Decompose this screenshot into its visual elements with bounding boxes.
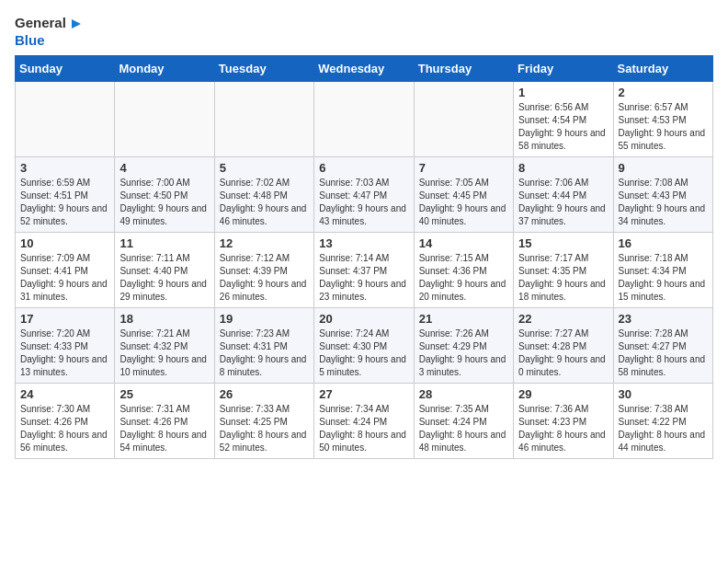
calendar-cell: 14Sunrise: 7:15 AM Sunset: 4:36 PM Dayli… xyxy=(414,233,513,308)
calendar-cell: 18Sunrise: 7:21 AM Sunset: 4:32 PM Dayli… xyxy=(115,308,214,384)
day-number: 27 xyxy=(319,387,408,401)
day-info: Sunrise: 7:20 AM Sunset: 4:33 PM Dayligh… xyxy=(20,327,109,379)
calendar-row: 17Sunrise: 7:20 AM Sunset: 4:33 PM Dayli… xyxy=(16,308,713,384)
calendar-cell: 3Sunrise: 6:59 AM Sunset: 4:51 PM Daylig… xyxy=(16,157,115,233)
calendar-cell: 5Sunrise: 7:02 AM Sunset: 4:48 PM Daylig… xyxy=(214,157,313,233)
calendar-cell: 16Sunrise: 7:18 AM Sunset: 4:34 PM Dayli… xyxy=(613,233,712,308)
day-number: 15 xyxy=(518,236,608,250)
day-info: Sunrise: 7:35 AM Sunset: 4:24 PM Dayligh… xyxy=(419,403,508,454)
weekday-header-cell: Friday xyxy=(514,56,613,82)
calendar-cell: 28Sunrise: 7:35 AM Sunset: 4:24 PM Dayli… xyxy=(414,384,513,459)
weekday-header-cell: Sunday xyxy=(16,56,115,82)
day-info: Sunrise: 7:36 AM Sunset: 4:23 PM Dayligh… xyxy=(518,403,608,454)
day-info: Sunrise: 7:14 AM Sunset: 4:37 PM Dayligh… xyxy=(319,252,408,304)
day-number: 22 xyxy=(518,312,608,326)
day-number: 28 xyxy=(419,387,508,401)
day-info: Sunrise: 7:23 AM Sunset: 4:31 PM Dayligh… xyxy=(220,327,309,379)
calendar-cell: 20Sunrise: 7:24 AM Sunset: 4:30 PM Dayli… xyxy=(314,308,414,384)
day-info: Sunrise: 7:24 AM Sunset: 4:30 PM Dayligh… xyxy=(319,327,408,379)
calendar-cell: 1Sunrise: 6:56 AM Sunset: 4:54 PM Daylig… xyxy=(514,82,613,157)
calendar-cell xyxy=(214,82,313,157)
weekday-header-cell: Wednesday xyxy=(314,56,414,82)
day-number: 18 xyxy=(119,312,209,326)
day-number: 12 xyxy=(220,236,309,250)
calendar-cell: 10Sunrise: 7:09 AM Sunset: 4:41 PM Dayli… xyxy=(16,233,115,308)
day-number: 2 xyxy=(619,86,708,99)
day-number: 1 xyxy=(518,86,608,99)
day-number: 21 xyxy=(419,312,508,326)
day-info: Sunrise: 7:30 AM Sunset: 4:26 PM Dayligh… xyxy=(20,403,109,454)
day-info: Sunrise: 6:57 AM Sunset: 4:53 PM Dayligh… xyxy=(619,101,708,153)
day-info: Sunrise: 6:56 AM Sunset: 4:54 PM Dayligh… xyxy=(518,101,608,153)
weekday-header-cell: Thursday xyxy=(414,56,513,82)
day-number: 30 xyxy=(619,387,708,401)
weekday-header-cell: Tuesday xyxy=(214,56,313,82)
calendar-cell: 12Sunrise: 7:12 AM Sunset: 4:39 PM Dayli… xyxy=(214,233,313,308)
day-number: 4 xyxy=(119,161,209,175)
day-info: Sunrise: 7:09 AM Sunset: 4:41 PM Dayligh… xyxy=(20,252,109,304)
calendar-row: 3Sunrise: 6:59 AM Sunset: 4:51 PM Daylig… xyxy=(16,157,713,233)
day-number: 26 xyxy=(220,387,309,401)
calendar-cell: 21Sunrise: 7:26 AM Sunset: 4:29 PM Dayli… xyxy=(414,308,513,384)
calendar-cell: 7Sunrise: 7:05 AM Sunset: 4:45 PM Daylig… xyxy=(414,157,513,233)
calendar-cell: 2Sunrise: 6:57 AM Sunset: 4:53 PM Daylig… xyxy=(613,82,712,157)
calendar-cell: 6Sunrise: 7:03 AM Sunset: 4:47 PM Daylig… xyxy=(314,157,414,233)
day-info: Sunrise: 7:34 AM Sunset: 4:24 PM Dayligh… xyxy=(319,403,408,454)
day-info: Sunrise: 7:17 AM Sunset: 4:35 PM Dayligh… xyxy=(518,252,608,304)
day-info: Sunrise: 7:38 AM Sunset: 4:22 PM Dayligh… xyxy=(619,403,708,454)
day-info: Sunrise: 6:59 AM Sunset: 4:51 PM Dayligh… xyxy=(20,177,109,228)
calendar-cell: 25Sunrise: 7:31 AM Sunset: 4:26 PM Dayli… xyxy=(115,384,214,459)
calendar-cell xyxy=(16,82,115,157)
calendar-cell: 19Sunrise: 7:23 AM Sunset: 4:31 PM Dayli… xyxy=(214,308,313,384)
day-number: 16 xyxy=(619,236,708,250)
day-number: 13 xyxy=(319,236,408,250)
calendar-cell xyxy=(414,82,513,157)
weekday-header-cell: Saturday xyxy=(613,56,712,82)
calendar-cell xyxy=(314,82,414,157)
page-header: General Blue xyxy=(15,15,713,48)
day-number: 9 xyxy=(619,161,708,175)
day-number: 17 xyxy=(20,312,109,326)
logo: General Blue xyxy=(15,15,85,48)
weekday-header-cell: Monday xyxy=(115,56,214,82)
day-info: Sunrise: 7:08 AM Sunset: 4:43 PM Dayligh… xyxy=(619,177,708,228)
calendar-row: 10Sunrise: 7:09 AM Sunset: 4:41 PM Dayli… xyxy=(16,233,713,308)
calendar-cell: 24Sunrise: 7:30 AM Sunset: 4:26 PM Dayli… xyxy=(16,384,115,459)
day-info: Sunrise: 7:00 AM Sunset: 4:50 PM Dayligh… xyxy=(119,177,209,228)
calendar-cell: 17Sunrise: 7:20 AM Sunset: 4:33 PM Dayli… xyxy=(16,308,115,384)
day-number: 3 xyxy=(20,161,109,175)
weekday-header-row: SundayMondayTuesdayWednesdayThursdayFrid… xyxy=(16,56,713,82)
day-info: Sunrise: 7:26 AM Sunset: 4:29 PM Dayligh… xyxy=(419,327,508,379)
calendar-cell: 13Sunrise: 7:14 AM Sunset: 4:37 PM Dayli… xyxy=(314,233,414,308)
day-number: 20 xyxy=(319,312,408,326)
day-info: Sunrise: 7:06 AM Sunset: 4:44 PM Dayligh… xyxy=(518,177,608,228)
calendar-cell: 27Sunrise: 7:34 AM Sunset: 4:24 PM Dayli… xyxy=(314,384,414,459)
logo-general: General xyxy=(15,15,66,30)
day-number: 7 xyxy=(419,161,508,175)
calendar-table: SundayMondayTuesdayWednesdayThursdayFrid… xyxy=(15,55,713,459)
calendar-cell: 22Sunrise: 7:27 AM Sunset: 4:28 PM Dayli… xyxy=(514,308,613,384)
calendar-cell xyxy=(115,82,214,157)
day-info: Sunrise: 7:31 AM Sunset: 4:26 PM Dayligh… xyxy=(119,403,209,454)
calendar-cell: 11Sunrise: 7:11 AM Sunset: 4:40 PM Dayli… xyxy=(115,233,214,308)
day-info: Sunrise: 7:15 AM Sunset: 4:36 PM Dayligh… xyxy=(419,252,508,304)
day-number: 6 xyxy=(319,161,408,175)
day-info: Sunrise: 7:12 AM Sunset: 4:39 PM Dayligh… xyxy=(220,252,309,304)
day-info: Sunrise: 7:27 AM Sunset: 4:28 PM Dayligh… xyxy=(518,327,608,379)
calendar-cell: 4Sunrise: 7:00 AM Sunset: 4:50 PM Daylig… xyxy=(115,157,214,233)
calendar-cell: 15Sunrise: 7:17 AM Sunset: 4:35 PM Dayli… xyxy=(514,233,613,308)
calendar-cell: 26Sunrise: 7:33 AM Sunset: 4:25 PM Dayli… xyxy=(214,384,313,459)
day-number: 23 xyxy=(619,312,708,326)
calendar-cell: 23Sunrise: 7:28 AM Sunset: 4:27 PM Dayli… xyxy=(613,308,712,384)
day-info: Sunrise: 7:05 AM Sunset: 4:45 PM Dayligh… xyxy=(419,177,508,228)
day-info: Sunrise: 7:33 AM Sunset: 4:25 PM Dayligh… xyxy=(220,403,309,454)
day-info: Sunrise: 7:21 AM Sunset: 4:32 PM Dayligh… xyxy=(119,327,209,379)
day-info: Sunrise: 7:02 AM Sunset: 4:48 PM Dayligh… xyxy=(220,177,309,228)
logo-text-block: General Blue xyxy=(15,15,85,48)
day-number: 24 xyxy=(20,387,109,401)
day-info: Sunrise: 7:28 AM Sunset: 4:27 PM Dayligh… xyxy=(619,327,708,379)
day-number: 14 xyxy=(419,236,508,250)
day-number: 19 xyxy=(220,312,309,326)
day-number: 8 xyxy=(518,161,608,175)
calendar-row: 24Sunrise: 7:30 AM Sunset: 4:26 PM Dayli… xyxy=(16,384,713,459)
